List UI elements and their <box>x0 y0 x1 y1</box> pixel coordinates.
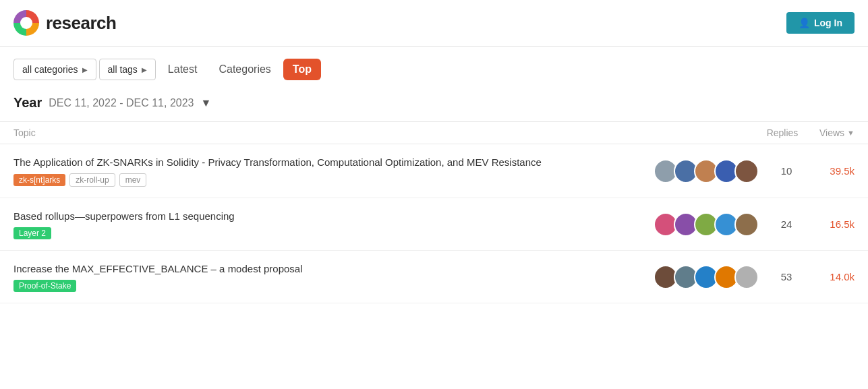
tags-filter-button[interactable]: all tags ▶ <box>99 59 156 80</box>
categories-filter-label: all categories <box>22 64 78 75</box>
site-title: research <box>46 13 116 34</box>
avatar <box>734 159 759 183</box>
categories-filter-button[interactable]: all categories ▶ <box>13 59 96 80</box>
topic-info: The Application of ZK-SNARKs in Solidity… <box>13 155 652 187</box>
topic-avatars <box>654 265 759 289</box>
reply-count: 10 <box>770 165 803 177</box>
login-icon: 👤 <box>799 18 810 28</box>
avatar <box>734 265 759 289</box>
col-topic-header: Topic <box>13 127 652 138</box>
topic-avatars <box>654 159 759 183</box>
login-button[interactable]: 👤 Log In <box>786 12 855 34</box>
col-views-label: Views <box>819 127 844 138</box>
header-left: research <box>13 10 116 36</box>
categories-filter-arrow: ▶ <box>82 66 88 73</box>
logo-inner <box>20 17 32 29</box>
table-row: Increase the MAX_EFFECTIVE_BALANCE – a m… <box>0 251 868 303</box>
view-count: 39.5k <box>814 165 855 177</box>
topic-tags: Proof-of-Stake <box>13 280 652 292</box>
topic-title[interactable]: The Application of ZK-SNARKs in Solidity… <box>13 155 652 169</box>
topics-list: The Application of ZK-SNARKs in Solidity… <box>0 144 868 303</box>
period-label: Year <box>13 95 42 111</box>
topic-info: Based rollups—superpowers from L1 sequen… <box>13 209 652 239</box>
latest-nav-button[interactable]: Latest <box>158 59 207 80</box>
site-logo[interactable] <box>13 10 39 36</box>
table-row: The Application of ZK-SNARKs in Solidity… <box>0 144 868 198</box>
top-nav-button[interactable]: Top <box>283 59 321 80</box>
reply-count: 53 <box>770 271 803 282</box>
col-right-header: Replies Views ▼ <box>652 127 855 138</box>
view-count: 14.0k <box>814 271 855 282</box>
topic-meta: 53 14.0k <box>652 265 855 289</box>
topic-tags: zk-s[nt]arkszk-roll-upmev <box>13 173 652 187</box>
col-views-header[interactable]: Views ▼ <box>819 127 855 138</box>
table-header: Topic Replies Views ▼ <box>0 121 868 144</box>
col-replies-header: Replies <box>759 127 806 138</box>
topic-tags: Layer 2 <box>13 227 652 239</box>
views-sort-icon: ▼ <box>847 129 855 137</box>
period-bar: Year DEC 11, 2022 - DEC 11, 2023 ▼ <box>0 90 868 121</box>
topic-title[interactable]: Increase the MAX_EFFECTIVE_BALANCE – a m… <box>13 262 652 276</box>
topic-meta: 10 39.5k <box>652 159 855 183</box>
tags-filter-label: all tags <box>108 64 138 75</box>
reply-count: 24 <box>770 218 803 230</box>
period-range: DEC 11, 2022 - DEC 11, 2023 <box>49 97 194 109</box>
avatar <box>734 212 759 237</box>
tags-filter-arrow: ▶ <box>142 66 147 73</box>
topic-info: Increase the MAX_EFFECTIVE_BALANCE – a m… <box>13 262 652 292</box>
topic-tag[interactable]: zk-roll-up <box>69 173 115 187</box>
topic-title[interactable]: Based rollups—superpowers from L1 sequen… <box>13 209 652 223</box>
view-count: 16.5k <box>814 218 855 230</box>
topic-tag[interactable]: zk-s[nt]arks <box>13 174 65 186</box>
topic-tag[interactable]: Proof-of-Stake <box>13 280 76 292</box>
topic-avatars <box>654 212 759 237</box>
categories-nav-button[interactable]: Categories <box>209 59 280 80</box>
table-row: Based rollups—superpowers from L1 sequen… <box>0 198 868 251</box>
site-header: research 👤 Log In <box>0 0 868 47</box>
nav-bar: all categories ▶ all tags ▶ Latest Categ… <box>0 47 868 90</box>
login-label: Log In <box>814 18 842 28</box>
period-dropdown-button[interactable]: ▼ <box>201 97 212 109</box>
topic-meta: 24 16.5k <box>652 212 855 237</box>
topic-tag[interactable]: mev <box>119 173 147 187</box>
topic-tag[interactable]: Layer 2 <box>13 227 51 239</box>
